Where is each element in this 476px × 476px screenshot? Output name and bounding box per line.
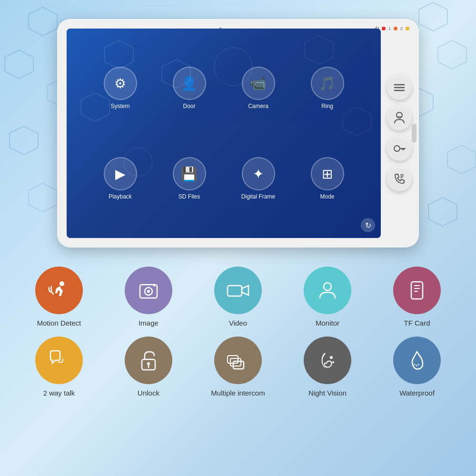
svg-marker-16: [343, 107, 371, 136]
feature-item-two-way-talk: 2 way talk: [21, 337, 97, 397]
feature-circle-image: [125, 267, 172, 314]
device-body: ⏻ 1 2 ⚙: [57, 19, 419, 248]
feature-circle-monitor: [304, 267, 351, 314]
feature-label-night-vision: Night Vision: [308, 389, 347, 397]
svg-line-52: [416, 365, 417, 366]
svg-line-51: [414, 364, 415, 365]
feature-item-multiple-intercom: Multiple intercom: [200, 337, 276, 397]
key-button[interactable]: [387, 136, 412, 161]
feature-circle-multiple-intercom: [214, 337, 262, 384]
person-button[interactable]: [387, 106, 412, 130]
svg-marker-1: [5, 50, 33, 79]
svg-marker-15: [305, 36, 333, 64]
svg-point-38: [324, 283, 331, 290]
led-2: [406, 27, 409, 30]
feature-item-motion-detect: Motion Detect: [21, 267, 97, 327]
svg-point-22: [397, 112, 402, 118]
features-row-1: Motion Detect Image Video Monitor TF Car…: [14, 267, 462, 327]
svg-rect-48: [233, 361, 244, 369]
feature-circle-night-vision: [304, 337, 351, 384]
svg-marker-12: [105, 40, 133, 69]
svg-marker-37: [242, 286, 248, 295]
device-screen[interactable]: ⚙ System 👤 Door 📹 Camera 🎵 Ring ▶ Playba…: [67, 29, 381, 238]
feature-item-tf-card: TF Card: [379, 267, 455, 327]
svg-line-10: [19, 36, 43, 50]
feature-circle-unlock: [125, 337, 172, 384]
feature-circle-tf-card: [393, 267, 441, 314]
feature-label-image: Image: [139, 319, 159, 327]
feature-item-unlock: Unlock: [110, 337, 187, 397]
intercom-button[interactable]: [387, 167, 412, 191]
feature-item-night-vision: Night Vision: [289, 337, 366, 397]
feature-label-waterproof: Waterproof: [399, 389, 435, 397]
menu-button[interactable]: [387, 75, 412, 100]
svg-marker-9: [428, 198, 457, 226]
svg-marker-13: [162, 60, 190, 88]
feature-circle-two-way-talk: [35, 337, 83, 384]
features-row-2: 2 way talk Unlock Multiple intercom Nigh…: [14, 337, 462, 397]
side-buttons: [387, 75, 412, 191]
screen-hex-pattern: [67, 29, 381, 238]
svg-marker-4: [29, 183, 57, 212]
svg-point-17: [214, 48, 252, 86]
feature-label-video: Video: [229, 319, 247, 327]
svg-point-31: [60, 281, 64, 286]
device-container: ⏻ 1 2 ⚙: [57, 19, 419, 248]
feature-label-two-way-talk: 2 way talk: [43, 389, 75, 397]
svg-point-24: [394, 146, 400, 151]
feature-item-waterproof: Waterproof: [379, 337, 455, 397]
svg-line-11: [43, 2, 433, 7]
svg-point-49: [330, 356, 333, 359]
screen-refresh-icon[interactable]: ↻: [361, 218, 375, 232]
svg-point-35: [153, 285, 155, 287]
svg-line-53: [418, 364, 419, 365]
feature-label-monitor: Monitor: [316, 319, 339, 327]
svg-marker-5: [419, 2, 447, 31]
features-section: Motion Detect Image Video Monitor TF Car…: [0, 267, 476, 407]
svg-point-50: [332, 361, 334, 363]
feature-circle-waterproof: [393, 337, 441, 384]
svg-marker-6: [438, 40, 466, 69]
side-edge-decoration: [412, 124, 416, 143]
svg-marker-14: [81, 93, 109, 121]
svg-rect-47: [230, 358, 241, 366]
led-power: [382, 27, 386, 30]
feature-label-multiple-intercom: Multiple intercom: [211, 389, 265, 397]
feature-circle-video: [214, 267, 262, 314]
svg-rect-39: [411, 282, 423, 299]
feature-item-image: Image: [110, 267, 187, 327]
svg-point-18: [124, 148, 152, 176]
svg-marker-0: [29, 7, 57, 36]
feature-label-motion-detect: Motion Detect: [37, 319, 81, 327]
svg-point-34: [147, 290, 150, 293]
feature-label-tf-card: TF Card: [404, 319, 430, 327]
feature-label-unlock: Unlock: [138, 389, 159, 397]
svg-marker-3: [10, 126, 38, 155]
feature-item-monitor: Monitor: [289, 267, 366, 327]
feature-item-video: Video: [200, 267, 276, 327]
svg-rect-36: [228, 286, 242, 296]
feature-circle-motion-detect: [35, 267, 83, 314]
led-1: [394, 27, 397, 30]
svg-marker-8: [447, 145, 476, 174]
